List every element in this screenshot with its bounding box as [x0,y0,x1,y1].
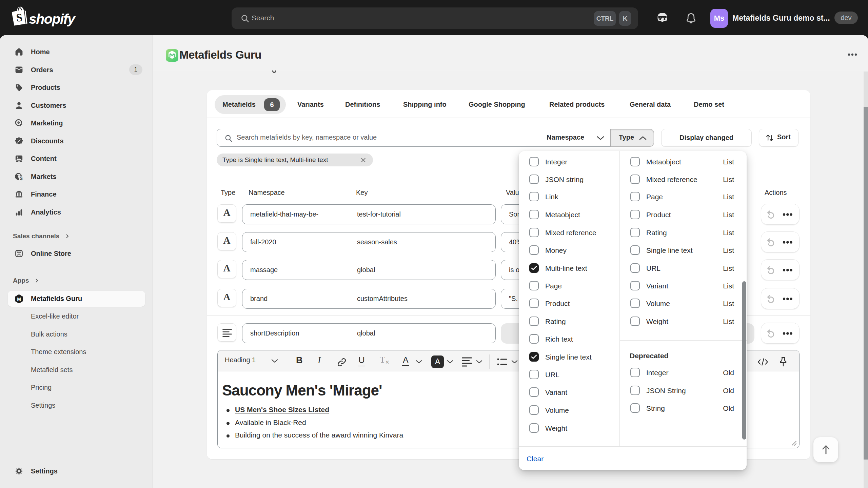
svg-text:shopify: shopify [29,11,76,27]
svg-text:S: S [16,11,23,24]
svg-text:$: $ [20,175,23,181]
svg-text:M: M [17,297,21,302]
